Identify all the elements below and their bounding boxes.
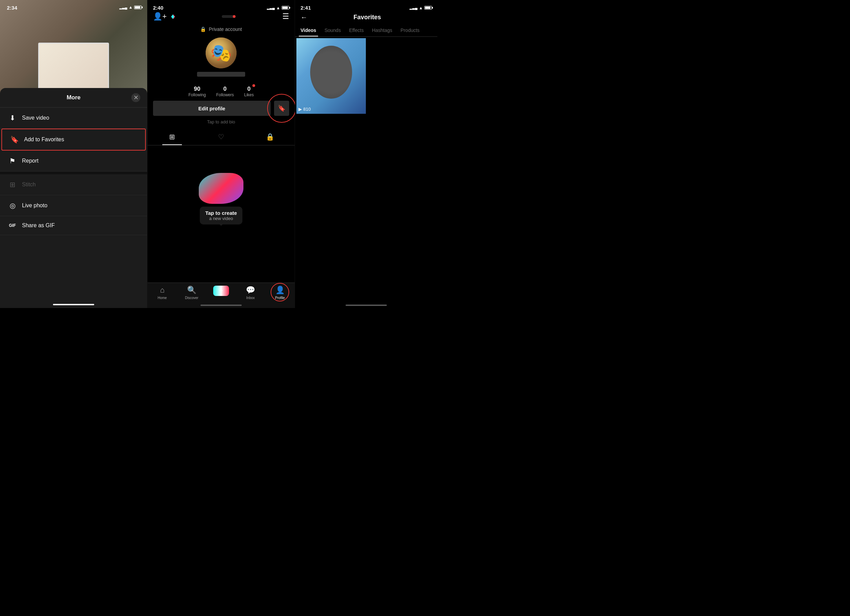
create-text-new: a new video	[205, 216, 237, 221]
favorites-header: ← Favorites	[295, 10, 437, 24]
signal-icon: ▂▃▄	[267, 6, 275, 10]
add-favorites-label: Add to Favorites	[24, 136, 64, 143]
share-gif-item[interactable]: GIF Share as GIF	[0, 216, 147, 235]
create-text-tap: Tap to create	[205, 210, 237, 216]
more-sheet: More ✕ ⬇ Save video 🔖 Add to Favorites ⚑…	[0, 88, 147, 308]
battery-icon	[281, 6, 289, 10]
tiktok-logo-main: ♦	[171, 12, 175, 21]
panel-favorites: 2:41 ▂▃▄ ▲ ← Favorites Videos Sounds Eff…	[295, 0, 437, 308]
likes-stat[interactable]: 0 Likes	[244, 85, 254, 97]
bookmark-highlight-circle	[267, 94, 296, 123]
panel-more: 2:34 ▂▃▄ ▲ More ✕ ⬇ Save video 🔖 Add to …	[0, 0, 147, 308]
nav-profile[interactable]: 👤 Profile	[265, 286, 295, 300]
report-label: Report	[22, 158, 39, 164]
save-video-label: Save video	[22, 115, 49, 121]
home-icon: ⌂	[160, 286, 165, 295]
username-block	[222, 15, 235, 18]
avatar-image	[206, 37, 236, 69]
private-account-banner: 🔒 Private account	[148, 24, 295, 35]
wifi-icon: ▲	[419, 6, 423, 10]
create-blob	[199, 173, 244, 204]
tiktok-topbar: 👤+ ♦ ♦ ☰	[148, 10, 295, 24]
live-photo-icon: ◎	[8, 202, 16, 210]
followers-count: 0	[223, 85, 227, 93]
edit-profile-button[interactable]: Edit profile	[153, 101, 271, 116]
discover-label: Discover	[185, 296, 198, 300]
home-label: Home	[157, 296, 167, 300]
save-video-item[interactable]: ⬇ Save video	[0, 108, 147, 129]
hashtags-tab-label: Hashtags	[372, 27, 392, 33]
report-item[interactable]: ⚑ Report	[0, 151, 147, 172]
battery-icon	[424, 6, 432, 10]
topbar-left: 👤+ ♦ ♦	[153, 12, 175, 21]
nav-home[interactable]: ⌂ Home	[148, 286, 177, 300]
video-grid: ▶ 810	[295, 37, 437, 115]
add-user-icon[interactable]: 👤+	[153, 12, 167, 21]
following-count: 90	[194, 85, 201, 93]
bookmark-icon: 🔖	[10, 135, 19, 144]
nav-inbox[interactable]: 💬 Inbox	[236, 286, 265, 300]
menu-icon[interactable]: ☰	[282, 12, 289, 21]
tab-hashtags[interactable]: Hashtags	[368, 24, 397, 36]
sounds-tab-label: Sounds	[325, 27, 341, 33]
inbox-icon: 💬	[246, 286, 255, 295]
play-icon: ▶	[298, 106, 302, 112]
products-tab-label: Products	[401, 27, 419, 33]
video-thumbnail-1	[296, 38, 366, 114]
panel3-status: ▂▃▄ ▲	[410, 6, 432, 10]
panel1-time: 2:34	[7, 5, 17, 10]
followers-stat[interactable]: 0 Followers	[216, 85, 234, 97]
tab-private[interactable]: 🔒	[245, 129, 295, 145]
close-button[interactable]: ✕	[131, 93, 140, 102]
panel-profile: 2:40 ▂▃▄ ▲ 👤+ ♦ ♦ ☰ 🔒 Private account	[147, 0, 295, 308]
home-indicator	[53, 304, 94, 305]
nav-discover[interactable]: 🔍 Discover	[177, 286, 207, 300]
bio-tap-text[interactable]: Tap to add bio	[148, 119, 295, 124]
panel1-status: ▂▃▄ ▲	[119, 5, 142, 10]
tab-products[interactable]: Products	[397, 24, 424, 36]
home-indicator	[201, 305, 242, 306]
wifi-icon: ▲	[276, 6, 280, 10]
following-stat[interactable]: 90 Following	[189, 85, 206, 97]
tab-sounds[interactable]: Sounds	[320, 24, 345, 36]
share-gif-label: Share as GIF	[22, 223, 55, 229]
tab-effects[interactable]: Effects	[345, 24, 368, 36]
inbox-label: Inbox	[246, 296, 254, 300]
live-photo-item[interactable]: ◎ Live photo	[0, 195, 147, 216]
stitch-label: Stitch	[22, 181, 36, 188]
likes-notification-dot	[252, 84, 255, 87]
tab-videos[interactable]: ⊞	[148, 129, 197, 145]
create-prompt: Tap to create a new video	[148, 173, 295, 224]
favorites-title: Favorites	[353, 14, 391, 21]
videos-tab-label: Videos	[301, 27, 316, 33]
report-icon: ⚑	[8, 157, 16, 165]
profile-icon: 👤	[275, 286, 285, 295]
gif-icon: GIF	[8, 223, 16, 228]
discover-icon: 🔍	[187, 286, 196, 295]
likes-count: 0	[247, 85, 250, 93]
private-label: Private account	[209, 27, 242, 32]
avatar	[206, 37, 236, 69]
wifi-icon: ▲	[129, 5, 133, 10]
profile-label: Profile	[275, 296, 285, 300]
panel2-status: ▂▃▄ ▲	[267, 6, 289, 10]
play-count-number: 810	[303, 106, 311, 112]
create-bubble[interactable]: Tap to create a new video	[200, 206, 242, 224]
tab-liked[interactable]: ♡	[197, 129, 246, 145]
signal-icon: ▂▃▄	[119, 6, 127, 9]
back-button[interactable]: ←	[301, 13, 307, 21]
avatar-section	[148, 35, 295, 83]
play-count-1: ▶ 810	[298, 106, 311, 112]
tab-videos[interactable]: Videos	[296, 24, 320, 36]
video-item-1[interactable]: ▶ 810	[296, 38, 366, 114]
signal-icon: ▂▃▄	[410, 6, 418, 10]
nav-create[interactable]: +	[206, 286, 236, 300]
likes-label: Likes	[244, 93, 254, 97]
bookmark-button[interactable]: 🔖	[274, 101, 289, 116]
create-button[interactable]: +	[213, 286, 229, 296]
add-favorites-item[interactable]: 🔖 Add to Favorites	[1, 129, 146, 151]
effects-tab-label: Effects	[349, 27, 364, 33]
battery-icon	[134, 6, 142, 9]
profile-buttons: Edit profile 🔖	[153, 101, 289, 116]
following-label: Following	[189, 93, 206, 97]
